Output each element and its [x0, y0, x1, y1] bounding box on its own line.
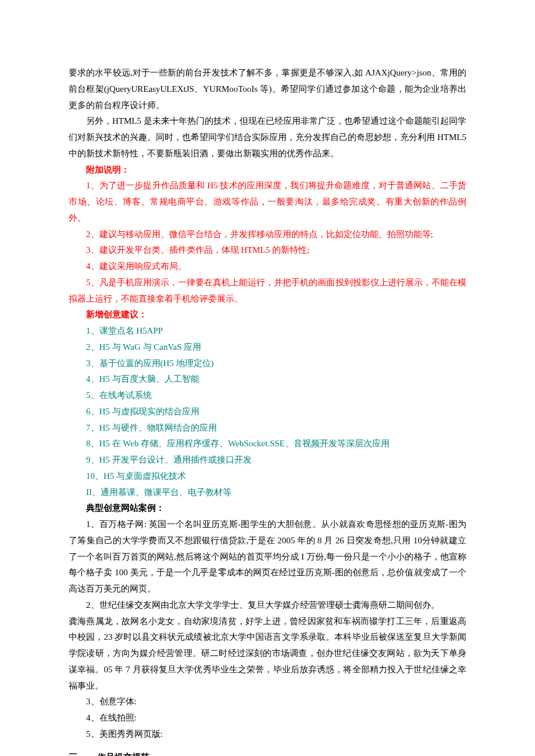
add-note-1: 1、为了进一步提升作品质量和 H5 技术的应用深度，我们将提升命题难度，对于普通…: [69, 178, 466, 226]
section-number: 三、: [69, 750, 95, 757]
idea-9: 9、H5 开发平台设计、通用插件或接口开发: [69, 452, 466, 468]
case-2-intro: 2、世纪佳缘交友网由北京大学文学学士、复旦大学媒介经营管理硕士龚海燕研二期间创办…: [69, 597, 466, 614]
idea-1: 1、课堂点名 H5APP: [69, 323, 466, 339]
section-title: 作品提交规范: [97, 753, 149, 757]
case-5: 5、美图秀秀网页版:: [69, 726, 466, 743]
idea-8: 8、H5 在 Web 存储、应用程序缓存、WebSocket.SSE、音视频开发…: [69, 436, 466, 452]
idea-2: 2、H5 与 WaG 与 CanVaS 应用: [69, 339, 466, 356]
add-note-2: 2、建议与移动应用、微信平台结合，并发挥移动应用的特点，比如定位功能、拍照功能等…: [69, 227, 466, 243]
heading-new-ideas: 新增创意建议：: [69, 307, 466, 323]
case-3: 3、创意字体:: [69, 694, 466, 710]
idea-4: 4、H5 与百度大脑、人工智能: [69, 371, 466, 388]
idea-5: 5、在线考试系统: [69, 388, 466, 404]
case-1: 1、百万格子网: 英国一个名叫亚历克斯-图学生的大胆创意。从小就喜欢奇思怪想的亚…: [69, 517, 466, 597]
case-2-body: 龚海燕属龙，故网名小龙女，自幼家境清贫，好学上进，曾经因家贫和车祸而辍学打工三年…: [69, 614, 466, 694]
idea-10: 10、H5 与桌面虚拟化技术: [69, 468, 466, 485]
case-4: 4、在线拍照:: [69, 710, 466, 726]
add-note-3: 3、建议开发平台类、插件类作品，体现 HTML5 的新特性;: [69, 242, 466, 259]
add-note-4: 4、建议采用响应式布局。: [69, 259, 466, 275]
heading-additional-notes: 附加说明：: [69, 162, 466, 178]
paragraph-intro-1: 要求的水平较远,对于一些新的前台开发技术了解不多，掌握更是不够深入,如 AJAX…: [69, 65, 466, 113]
document-page: 要求的水平较远,对于一些新的前台开发技术了解不多，掌握更是不够深入,如 AJAX…: [0, 0, 535, 756]
idea-11: II、通用慕课、微课平台、电子教材等: [69, 485, 466, 501]
idea-7: 7、H5 与硬件、物联网结合的应用: [69, 420, 466, 436]
section-3-heading: 三、 作品提交规范: [69, 750, 466, 757]
add-note-5: 5、凡是手机应用演示，一律要在真机上能运行，并把手机的画面投到投影仪上进行展示，…: [69, 275, 466, 307]
idea-3: 3、基于位置的应用(H5 地理定位): [69, 356, 466, 372]
paragraph-intro-2: 另外，HTML5 是未来十年热门的技术，但现在已经应用非常广泛，也希望通过这个命…: [69, 113, 466, 162]
idea-6: 6、H5 与虚拟现实的结合应用: [69, 404, 466, 420]
heading-case-studies: 典型创意网站案例：: [69, 500, 466, 517]
